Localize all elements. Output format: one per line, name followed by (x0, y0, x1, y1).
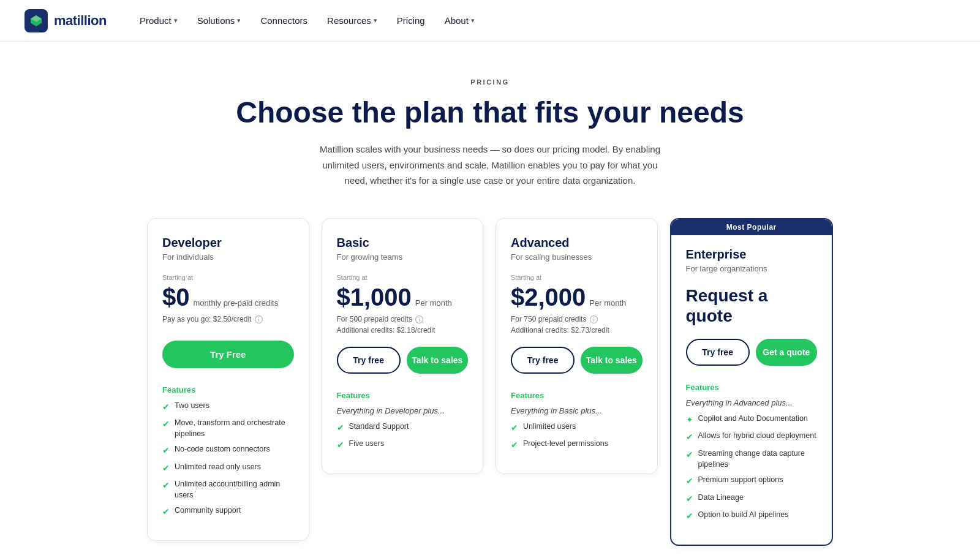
price-row-advanced: $2,000 Per month (511, 284, 643, 311)
chevron-down-icon: ▾ (471, 17, 475, 25)
plan-name-developer: Developer (162, 236, 294, 250)
try-free-button-advanced[interactable]: Try free (511, 347, 575, 374)
chevron-down-icon: ▾ (237, 17, 241, 25)
check-icon: ✔ (162, 462, 170, 475)
feature-item: ✔ Community support (162, 505, 294, 518)
check-icon: ✔ (686, 510, 693, 523)
feature-item: ✔ Five users (337, 439, 469, 451)
nav-item-about[interactable]: About ▾ (436, 10, 483, 31)
feature-item: ✔ Allows for hybrid cloud deployment (686, 431, 818, 444)
plan-desc-enterprise: For large organizations (686, 264, 818, 273)
talk-sales-button-basic[interactable]: Talk to sales (407, 347, 468, 374)
feature-item: ✔ Option to build AI pipelines (686, 510, 818, 523)
feature-item: ✔ Streaming change data capture pipeline… (686, 448, 818, 470)
chevron-down-icon: ▾ (374, 17, 377, 25)
feature-intro-advanced: Everything in Basic plus... (511, 406, 643, 415)
nav-item-solutions[interactable]: Solutions ▾ (189, 10, 250, 31)
features-label-enterprise: Features (686, 383, 818, 392)
feature-item: ✔ Unlimited account/billing admin users (162, 479, 294, 500)
feature-item-copilot: ✦ Copilot and Auto Documentation (686, 413, 818, 426)
features-label-basic: Features (337, 391, 469, 400)
starting-at-developer: Starting at (162, 274, 294, 281)
nav-links: Product ▾ Solutions ▾ Connectors Resourc… (131, 10, 483, 31)
price-amount-advanced: $2,000 (511, 284, 586, 311)
feature-intro-enterprise: Everything in Advanced plus... (686, 398, 818, 407)
check-icon: ✔ (337, 422, 344, 434)
price-amount-basic: $1,000 (337, 284, 412, 311)
try-free-button-developer[interactable]: Try Free (162, 341, 294, 368)
price-amount-developer: $0 (162, 284, 190, 311)
navigation: matillion Product ▾ Solutions ▾ Connecto… (0, 0, 980, 42)
starting-at-advanced: Starting at (511, 274, 643, 281)
pricing-subtext: Matillion scales with your business need… (318, 142, 662, 189)
price-subnote-advanced: Additional credits: $2.73/credit (511, 326, 643, 334)
check-icon: ✔ (686, 475, 693, 488)
info-icon-basic[interactable]: i (415, 315, 423, 323)
check-icon: ✔ (162, 401, 170, 413)
plan-name-enterprise: Enterprise (686, 247, 818, 262)
feature-item: ✔ Standard Support (337, 421, 469, 434)
btn-group-basic: Try free Talk to sales (337, 347, 469, 374)
check-icon: ✔ (686, 431, 693, 444)
feature-item: ✔ Premium support options (686, 475, 818, 488)
price-period-advanced: Per month (589, 298, 626, 308)
pricing-headline: Choose the plan that fits your needs (147, 96, 833, 129)
feature-item: ✔ Unlimited users (511, 421, 643, 434)
features-label-developer: Features (162, 385, 294, 395)
plan-name-basic: Basic (337, 236, 469, 250)
pricing-cards: Developer For individuals Starting at $0… (147, 218, 833, 546)
check-icon: ✔ (162, 506, 170, 518)
check-icon: ✔ (162, 445, 170, 457)
nav-item-resources[interactable]: Resources ▾ (318, 10, 386, 31)
most-popular-badge: Most Popular (671, 219, 832, 235)
try-free-button-basic[interactable]: Try free (337, 347, 401, 374)
plan-card-enterprise: Most Popular Enterprise For large organi… (670, 218, 834, 546)
nav-item-product[interactable]: Product ▾ (131, 10, 186, 31)
chevron-down-icon: ▾ (174, 17, 178, 25)
price-note-developer: Pay as you go: $2.50/credit i (162, 315, 294, 323)
pricing-section: PRICING Choose the plan that fits your n… (123, 42, 858, 555)
plan-desc-developer: For individuals (162, 252, 294, 262)
btn-group-enterprise: Try free Get a quote (686, 339, 818, 366)
try-free-button-enterprise[interactable]: Try free (686, 339, 750, 366)
nav-item-pricing[interactable]: Pricing (388, 10, 434, 31)
info-icon-advanced[interactable]: i (590, 315, 598, 323)
price-suffix-developer: monthly pre-paid credits (194, 298, 279, 308)
check-icon: ✔ (162, 480, 170, 492)
check-icon: ✔ (162, 418, 170, 431)
star-icon: ✦ (686, 414, 693, 426)
logo[interactable]: matillion (24, 9, 107, 32)
check-icon: ✔ (686, 449, 693, 461)
starting-at-basic: Starting at (337, 274, 469, 281)
get-quote-button-enterprise[interactable]: Get a quote (756, 339, 817, 366)
check-icon: ✔ (511, 439, 518, 451)
talk-sales-button-advanced[interactable]: Talk to sales (581, 347, 642, 374)
price-row-basic: $1,000 Per month (337, 284, 469, 311)
pricing-eyebrow: PRICING (147, 78, 833, 86)
price-request-enterprise: Request a quote (686, 285, 818, 327)
feature-item: ✔ Move, transform and orchestrate pipeli… (162, 418, 294, 439)
check-icon: ✔ (511, 422, 518, 434)
plan-desc-advanced: For scaling businesses (511, 252, 643, 262)
check-icon: ✔ (686, 493, 693, 505)
plan-desc-basic: For growing teams (337, 252, 469, 262)
logo-icon (24, 9, 48, 32)
plan-card-advanced: Advanced For scaling businesses Starting… (496, 218, 658, 474)
info-icon-developer[interactable]: i (255, 315, 263, 323)
check-icon: ✔ (337, 439, 344, 451)
feature-item: ✔ Two users (162, 401, 294, 413)
price-row-developer: $0 monthly pre-paid credits (162, 284, 294, 311)
plan-card-developer: Developer For individuals Starting at $0… (147, 218, 309, 541)
price-note-basic: For 500 prepaid credits i (337, 315, 469, 323)
plan-name-advanced: Advanced (511, 236, 643, 250)
plan-card-basic: Basic For growing teams Starting at $1,0… (322, 218, 484, 474)
price-subnote-basic: Additional credits: $2.18/credit (337, 326, 469, 334)
logo-text: matillion (54, 13, 107, 29)
nav-item-connectors[interactable]: Connectors (252, 10, 316, 31)
feature-item: ✔ Data Lineage (686, 493, 818, 505)
btn-group-advanced: Try free Talk to sales (511, 347, 643, 374)
price-note-advanced: For 750 prepaid credits i (511, 315, 643, 323)
feature-intro-basic: Everything in Developer plus... (337, 406, 469, 415)
feature-item: ✔ Unlimited read only users (162, 462, 294, 475)
feature-item: ✔ No-code custom connectors (162, 444, 294, 457)
